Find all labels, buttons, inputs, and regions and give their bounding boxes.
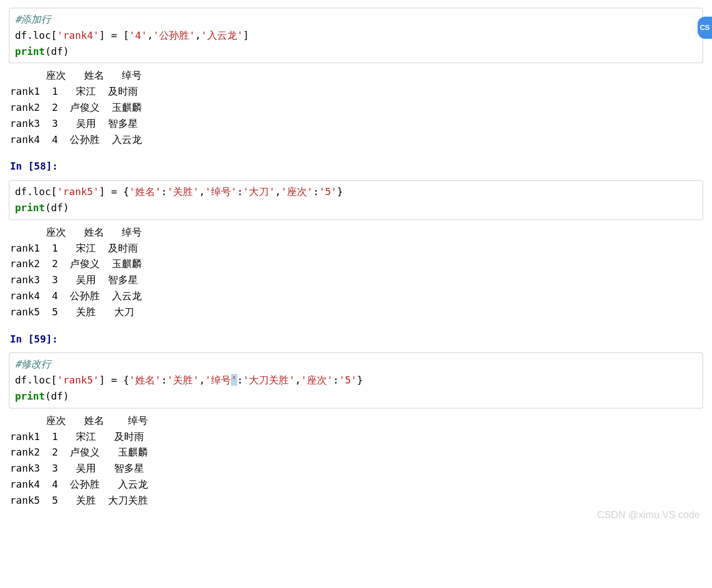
notebook-area: #添加行 df.loc['rank4'] = ['4','公孙胜','入云龙']… xyxy=(9,8,703,509)
floating-badge[interactable]: CS xyxy=(698,17,712,39)
code-cell[interactable]: df.loc['rank5'] = {'姓名':'关胜','绰号':'大刀','… xyxy=(9,180,703,220)
in-prompt: In [58]: xyxy=(10,158,703,175)
in-prompt: In [59]: xyxy=(10,331,703,347)
output-cell: 座次 姓名 绰号 rank1 1 宋江 及时雨 rank2 2 卢俊义 玉麒麟 … xyxy=(9,68,703,147)
code-cell[interactable]: #修改行 df.loc['rank5'] = {'姓名':'关胜','绰号':'… xyxy=(9,352,703,408)
output-cell: 座次 姓名 绰号 rank1 1 宋江 及时雨 rank2 2 卢俊义 玉麒麟 … xyxy=(9,413,703,509)
output-cell: 座次 姓名 绰号 rank1 1 宋江 及时雨 rank2 2 卢俊义 玉麒麟 … xyxy=(9,224,703,320)
watermark-text: CSDN @ximu VS code xyxy=(597,507,700,523)
text-selection: ' xyxy=(231,374,237,386)
code-comment: #添加行 xyxy=(15,13,51,25)
floating-badge-label: CS xyxy=(700,22,710,34)
code-cell[interactable]: #添加行 df.loc['rank4'] = ['4','公孙胜','入云龙']… xyxy=(9,8,703,63)
code-comment: #修改行 xyxy=(15,358,51,370)
